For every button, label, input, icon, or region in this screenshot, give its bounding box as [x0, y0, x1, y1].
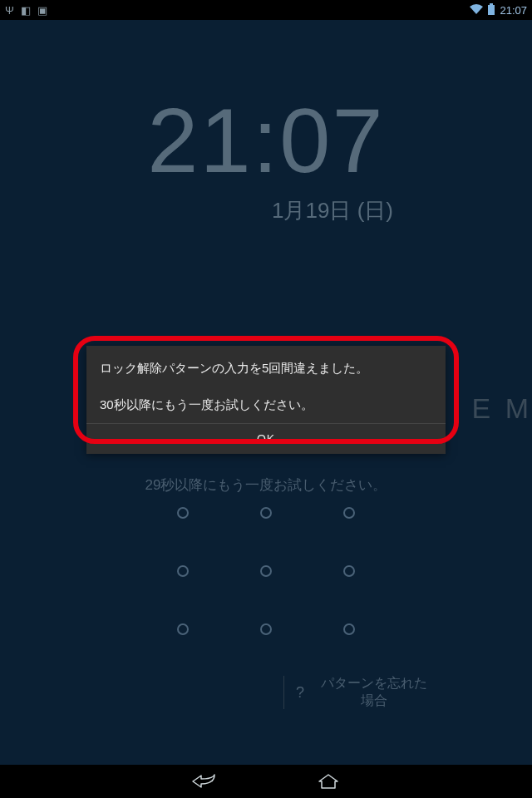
pattern-dot[interactable] [260, 565, 272, 577]
home-button[interactable] [316, 772, 341, 791]
status-right: 21:07 [470, 3, 527, 17]
forgot-pattern[interactable]: ? パターンを忘れた場合 [283, 675, 432, 710]
pattern-dot[interactable] [343, 565, 355, 577]
svg-rect-0 [488, 5, 495, 15]
forgot-pattern-label: パターンを忘れた場合 [316, 675, 432, 710]
pattern-dot[interactable] [177, 565, 189, 577]
status-bar: Ψ ◧ ▣ 21:07 [0, 0, 532, 20]
debug-icon: ◧ [21, 4, 31, 17]
pattern-dot[interactable] [343, 623, 355, 635]
dialog-message-2: 30秒以降にもう一度お試しください。 [86, 382, 446, 424]
svg-rect-1 [490, 3, 493, 5]
camera-icon: ▣ [37, 4, 47, 17]
background-text: E M [472, 392, 532, 425]
ok-button[interactable]: OK [86, 423, 446, 454]
divider [283, 676, 284, 709]
status-left: Ψ ◧ ▣ [5, 4, 47, 17]
status-time: 21:07 [500, 4, 527, 17]
dialog-message-1: ロック解除パターンの入力を5回間違えました。 [86, 346, 446, 382]
clock-time: 21:07 [147, 95, 384, 186]
battery-icon [488, 3, 495, 17]
error-dialog: ロック解除パターンの入力を5回間違えました。 30秒以降にもう一度お試しください… [86, 346, 446, 454]
pattern-dot[interactable] [177, 507, 189, 519]
pattern-dot[interactable] [177, 623, 189, 635]
back-button[interactable] [191, 772, 216, 791]
wifi-icon [470, 4, 483, 17]
clock-date: 1月19日 (日) [139, 196, 393, 225]
pattern-grid[interactable] [166, 507, 366, 635]
usb-icon: Ψ [5, 4, 14, 17]
pattern-dot[interactable] [260, 507, 272, 519]
pattern-dot[interactable] [343, 507, 355, 519]
navigation-bar [0, 765, 532, 798]
pattern-dot[interactable] [260, 623, 272, 635]
question-icon: ? [296, 684, 304, 702]
cooldown-message: 29秒以降にもう一度お試しください。 [0, 475, 532, 495]
